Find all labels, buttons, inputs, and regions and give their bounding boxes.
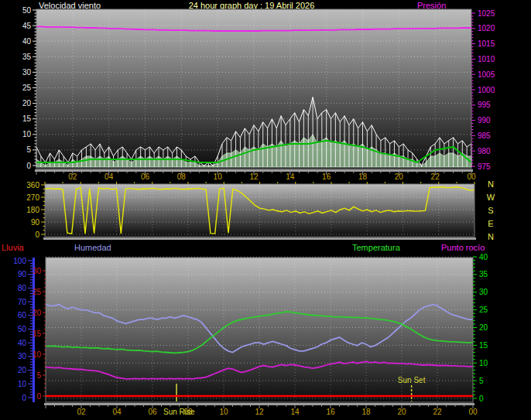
- pressure-tick-label: 1005: [478, 70, 495, 79]
- pressure-tick-label: 1010: [478, 55, 495, 63]
- weather-24h-graph-window: Velocidad viento 24 hour graph day : 19 …: [0, 0, 531, 420]
- compass-letter: E: [485, 217, 496, 230]
- rain-tick-label: 30: [33, 267, 42, 275]
- wind-pressure-chart: 0510152025303540455097598098599099510001…: [0, 0, 531, 182]
- humidity-tick-label: 100: [13, 257, 26, 265]
- pressure-tick-label: 985: [478, 131, 491, 140]
- x-axis-labels: 020406081012141618202200: [68, 172, 476, 181]
- x-tick-label: 02: [68, 172, 77, 181]
- humidity-tick-label: 0: [22, 394, 26, 402]
- wind-speed-tick-label: 35: [22, 53, 32, 61]
- direction-tick-label: 360: [26, 182, 39, 190]
- x-tick-label: 06: [141, 172, 150, 181]
- x-tick-label: 04: [104, 172, 114, 181]
- x-tick-label: 10: [214, 172, 223, 181]
- humidity-axis: 0102030405060708090100: [13, 257, 35, 403]
- wind-speed-tick-label: 50: [22, 6, 32, 15]
- x-tick-label: 04: [112, 408, 122, 416]
- compass-letter: N: [485, 178, 496, 191]
- humidity-tick-label: 40: [18, 339, 27, 347]
- x-tick-label: 10: [219, 408, 228, 416]
- sunrise-label: Sun Rise: [163, 408, 195, 416]
- wind-speed-tick-label: 40: [22, 37, 32, 46]
- x-tick-label: 02: [77, 408, 86, 416]
- x-tick-label: 20: [395, 172, 404, 181]
- temperature-tick-label: 10: [479, 359, 488, 367]
- direction-tick-label: 270: [26, 193, 39, 202]
- temperature-tick-label: 5: [479, 377, 484, 385]
- pressure-tick-label: 975: [478, 162, 491, 171]
- pressure-tick-label: 1025: [478, 9, 495, 18]
- x-tick-label: 14: [290, 408, 300, 416]
- temperature-tick-label: 30: [479, 288, 488, 296]
- wind-speed-tick-label: 0: [26, 162, 31, 170]
- humidity-tick-label: 90: [18, 270, 27, 278]
- pressure-axis: 975980985990995100010051010101510201025: [471, 9, 495, 171]
- temperature-tick-label: 0: [479, 394, 484, 403]
- temp-humidity-rain-chart: Sun Set010203040506070809010005101520253…: [0, 241, 531, 420]
- pressure-tick-label: 1015: [478, 39, 495, 48]
- x-tick-label: 12: [249, 172, 259, 181]
- direction-tick-label: 90: [31, 218, 40, 227]
- humidity-tick-label: 60: [18, 311, 27, 319]
- direction-tick-label: 180: [26, 206, 39, 214]
- wind-speed-tick-label: 45: [22, 22, 32, 30]
- x-tick-label: 18: [361, 408, 371, 416]
- pressure-tick-label: 995: [478, 101, 491, 109]
- wind-speed-tick-label: 25: [22, 84, 32, 92]
- temperature-tick-label: 25: [479, 306, 488, 314]
- wind-speed-tick-label: 15: [22, 114, 32, 123]
- rain-tick-label: 15: [33, 330, 42, 338]
- x-tick-label: 08: [177, 172, 187, 181]
- wind-speed-tick-label: 5: [26, 145, 31, 154]
- x-tick-label: 14: [286, 172, 295, 181]
- temperature-tick-label: 40: [479, 253, 488, 261]
- wind-speed-tick-label: 30: [22, 68, 32, 77]
- rain-tick-label: 25: [33, 288, 42, 296]
- compass-labels: NWSEN: [485, 178, 496, 244]
- wind-speed-axis: 05101520253035404550: [22, 6, 36, 170]
- rain-tick-label: 0: [36, 392, 41, 401]
- temperature-axis: 0510152025303540: [473, 253, 488, 403]
- wind-speed-tick-label: 20: [22, 99, 32, 108]
- rain-tick-label: 5: [36, 371, 41, 380]
- humidity-tick-label: 20: [18, 366, 27, 374]
- direction-axis: 090180270360: [26, 182, 45, 239]
- humidity-tick-label: 80: [18, 284, 27, 292]
- humidity-tick-label: 30: [18, 352, 27, 360]
- compass-letter: W: [485, 191, 496, 204]
- pressure-tick-label: 1000: [478, 86, 495, 94]
- x-tick-label: 22: [431, 172, 440, 181]
- pressure-tick-label: 1020: [478, 24, 495, 32]
- x-tick-label: 18: [358, 172, 368, 181]
- temperature-tick-label: 35: [479, 270, 488, 278]
- pressure-tick-label: 980: [478, 147, 491, 155]
- x-tick-label: 00: [467, 172, 476, 181]
- rain-tick-label: 10: [33, 350, 42, 359]
- humidity-tick-label: 10: [18, 380, 27, 388]
- pressure-tick-label: 990: [478, 116, 491, 125]
- compass-letter: S: [485, 204, 496, 217]
- wind-speed-tick-label: 10: [22, 130, 32, 138]
- x-tick-label: 00: [468, 408, 478, 416]
- temperature-tick-label: 20: [479, 323, 488, 332]
- x-tick-label: 16: [322, 172, 331, 181]
- x-tick-label: 16: [326, 408, 335, 416]
- humidity-tick-label: 50: [18, 325, 27, 333]
- rain-tick-label: 20: [33, 309, 42, 317]
- x-tick-label: 06: [148, 408, 157, 416]
- direction-tick-label: 0: [35, 230, 39, 239]
- wind-direction-chart: 090180270360: [0, 182, 531, 241]
- sunset-label: Sun Set: [398, 376, 426, 384]
- x-tick-label: 20: [397, 408, 406, 416]
- x-axis-labels: 020406081012141618202200: [77, 408, 478, 416]
- x-tick-label: 12: [255, 408, 264, 416]
- temperature-tick-label: 15: [479, 341, 488, 350]
- humidity-tick-label: 70: [18, 298, 27, 306]
- x-tick-label: 22: [433, 408, 442, 416]
